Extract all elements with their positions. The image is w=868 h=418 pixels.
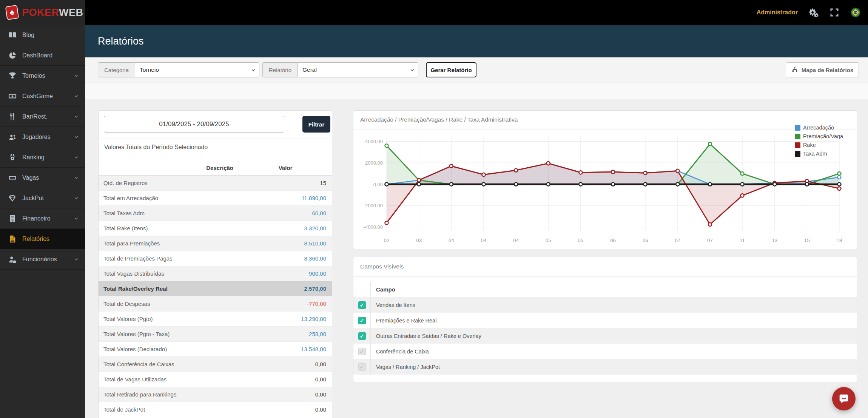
legend-swatch — [795, 125, 800, 131]
campo-label: Conferência de Caixa — [371, 349, 857, 355]
sidebar-item-relat-rios[interactable]: Relatórios — [0, 229, 85, 249]
chevron-down-icon — [74, 196, 79, 201]
sidebar-item-label: Jogadores — [22, 134, 51, 140]
chevron-down-icon — [74, 114, 79, 119]
col-header-campo: Campo — [371, 282, 857, 297]
campo-row: ✓Conferência de Caixa — [353, 344, 857, 359]
row-value: 900,00 — [239, 266, 332, 281]
campo-checkbox: ✓ — [358, 348, 366, 355]
table-row: Total Rake (Itens)3.320,00 — [99, 221, 332, 236]
campo-checkbox: ✓ — [358, 363, 366, 371]
divider — [99, 139, 332, 139]
filtrar-button[interactable]: Filtrar — [302, 116, 330, 133]
fullscreen-expand-icon[interactable] — [829, 7, 840, 18]
campo-checkbox[interactable]: ✓ — [358, 301, 366, 309]
sidebar-item-torneios[interactable]: Torneios — [0, 66, 85, 86]
sidebar-item-funcion-rios[interactable]: Funcionários — [0, 249, 85, 270]
sidebar-item-dashboard[interactable]: DashBoard — [0, 45, 85, 66]
content-spacer — [85, 83, 868, 99]
svg-text:07: 07 — [707, 238, 713, 243]
medal-icon — [8, 153, 17, 162]
table-row: Total Valores (Declarado)13.548,00 — [99, 342, 332, 357]
totals-subtitle: Valores Totais do Período Selecionado — [104, 144, 208, 151]
row-value: 258,00 — [239, 327, 332, 341]
user-menu[interactable]: Administrador — [757, 9, 798, 16]
row-label: Qtd. de Registros — [99, 176, 239, 190]
sidebar-item-blog[interactable]: Blog — [0, 25, 85, 45]
chart-legend: ArrecadaçãoPremiação/VagaRakeTaxa Adm — [795, 124, 843, 157]
chat-bubble-icon — [838, 393, 850, 405]
svg-text:18: 18 — [836, 238, 842, 243]
row-label: Total de Vagas Utilizadas — [99, 372, 239, 387]
sidebar-item-cashgame[interactable]: CashGame — [0, 86, 85, 106]
table-row: Total de Premiações Pagas8.360,00 — [99, 251, 332, 266]
chat-launcher-button[interactable] — [832, 387, 856, 410]
gerar-relatorio-button[interactable]: Gerar Relatório — [426, 62, 476, 77]
period-totals-panel: Filtrar Valores Totais do Período Seleci… — [98, 110, 332, 418]
sidebar-item-jogadores[interactable]: Jogadores — [0, 127, 85, 147]
chevron-down-icon — [74, 73, 79, 79]
col-header-valor: Valor — [239, 160, 332, 175]
campo-label: Vendas de Itens — [371, 302, 857, 308]
svg-text:02: 02 — [384, 238, 389, 243]
brand-text: POKERWEB — [22, 7, 83, 19]
svg-text:13: 13 — [772, 238, 777, 243]
categoria-select[interactable]: Torneio — [135, 62, 259, 77]
svg-text:05: 05 — [578, 238, 583, 243]
svg-text:07: 07 — [675, 238, 680, 243]
chevron-down-icon — [74, 94, 79, 99]
gem-icon — [8, 194, 17, 202]
row-label: Total Rake (Itens) — [99, 221, 239, 236]
campos-table: Campo ✓Vendas de Itens✓Premiações e Rake… — [353, 282, 857, 375]
legend-swatch — [795, 151, 800, 157]
row-value: 3.320,00 — [239, 221, 332, 236]
campos-panel-header: Campos Visíveis — [353, 257, 857, 277]
legend-item: Rake — [795, 142, 843, 148]
chevron-down-icon — [74, 216, 79, 221]
svg-text:-4000.00: -4000.00 — [364, 224, 383, 230]
chevron-down-icon — [74, 155, 79, 160]
sidebar-item-financeiro[interactable]: Financeiro — [0, 208, 85, 229]
sidebar-item-ranking[interactable]: Ranking — [0, 147, 85, 168]
campo-checkbox[interactable]: ✓ — [358, 317, 366, 324]
relatorio-select[interactable]: Geral — [298, 62, 418, 77]
table-row: Total Retirado para Rankings0,00 — [99, 387, 332, 402]
legend-label: Arrecadação — [803, 125, 834, 131]
svg-text:04: 04 — [481, 238, 487, 243]
legend-item: Arrecadação — [795, 124, 843, 131]
svg-text:03: 03 — [416, 238, 422, 243]
main-content: Relatórios Categoria Torneio Relatório G… — [85, 25, 868, 418]
poker-card-icon: ♣ — [5, 5, 19, 20]
legend-item: Taxa Adm — [795, 150, 843, 157]
row-value: 0,00 — [239, 357, 332, 372]
date-range-input[interactable] — [104, 116, 284, 133]
table-row: Total Rake/Overley Real2.570,00 — [99, 281, 332, 296]
brazil-flag-icon[interactable] — [850, 7, 861, 18]
legend-label: Rake — [803, 142, 816, 148]
svg-text:04: 04 — [513, 238, 519, 243]
row-label: Total para Premiações — [99, 236, 239, 251]
relatorio-label: Relatório — [262, 62, 298, 77]
svg-text:2000.00: 2000.00 — [365, 160, 383, 166]
chart-panel: Arrecadação / Premiação/Vagas / Rake / T… — [353, 110, 857, 249]
table-row: Total Taxas Adm60,00 — [99, 206, 332, 221]
sidebar-item-label: Relatórios — [22, 236, 49, 242]
row-label: Total Conferência de Caixas — [99, 357, 239, 372]
sidebar-item-bar-rest-[interactable]: Bar/Rest. — [0, 106, 85, 127]
table-row: Total de JackPot0,00 — [99, 402, 332, 417]
sidebar-item-vagas[interactable]: Vagas — [0, 168, 85, 188]
userlock-icon — [8, 255, 17, 264]
row-value: 0,00 — [239, 372, 332, 387]
sidebar-item-jackpot[interactable]: JackPot — [0, 188, 85, 208]
campo-row: ✓Vendas de Itens — [353, 297, 857, 313]
col-header-descricao: Descrição — [99, 160, 239, 175]
table-row: Total Valores (Pgto - Taxa)258,00 — [99, 327, 332, 342]
settings-cogs-icon[interactable] — [808, 7, 819, 18]
users-icon — [8, 133, 17, 141]
svg-text:-2000.00: -2000.00 — [364, 203, 383, 208]
brand-logo[interactable]: ♣ POKERWEB — [0, 0, 85, 25]
mapa-relatorios-button[interactable]: Mapa de Relatórios — [786, 62, 859, 77]
chart-area: 4000.002000.000.00-2000.00-4000.00020304… — [356, 131, 853, 247]
campo-checkbox[interactable]: ✓ — [358, 332, 366, 340]
campo-label: Outras Entradas e Saídas / Rake e Overla… — [371, 333, 857, 339]
